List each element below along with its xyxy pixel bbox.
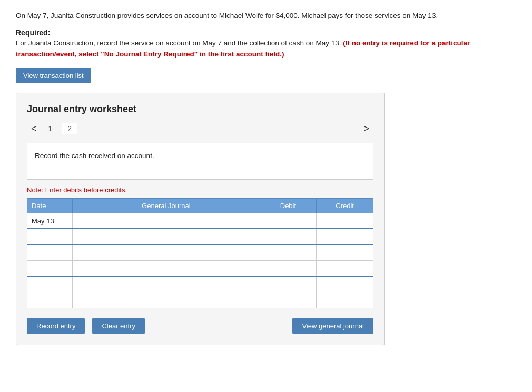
row2-debit[interactable] — [260, 229, 317, 244]
row1-journal-input[interactable] — [73, 213, 259, 229]
row6-date — [27, 292, 73, 308]
journal-table: Date General Journal Debit Credit May 13 — [27, 198, 373, 308]
col-general-journal: General Journal — [73, 198, 260, 213]
nav-page-2-active[interactable]: 2 — [62, 123, 77, 134]
row5-debit-input[interactable] — [260, 277, 317, 292]
row5-debit[interactable] — [260, 276, 317, 292]
table-row — [27, 292, 373, 308]
row4-credit[interactable] — [317, 260, 373, 276]
table-row — [27, 260, 373, 276]
instruction-box: Record the cash received on account. — [27, 143, 373, 180]
row6-credit-input[interactable] — [317, 292, 373, 308]
clear-entry-button[interactable]: Clear entry — [92, 318, 145, 334]
row3-journal[interactable] — [73, 244, 260, 260]
row6-debit[interactable] — [260, 292, 317, 308]
table-row — [27, 276, 373, 292]
row6-journal-input[interactable] — [73, 292, 259, 308]
intro-text: On May 7, Juanita Construction provides … — [16, 11, 516, 21]
row5-date — [27, 276, 73, 292]
row4-journal[interactable] — [73, 260, 260, 276]
row5-credit-input[interactable] — [317, 277, 373, 292]
row3-journal-input[interactable] — [73, 245, 259, 260]
row4-date — [27, 260, 73, 276]
col-date: Date — [27, 198, 73, 213]
row4-journal-input[interactable] — [73, 261, 259, 276]
view-general-journal-button[interactable]: View general journal — [292, 318, 373, 334]
nav-prev-arrow[interactable]: < — [27, 122, 41, 135]
worksheet-title: Journal entry worksheet — [27, 104, 373, 115]
journal-entry-worksheet: Journal entry worksheet < 1 2 > Record t… — [16, 93, 385, 345]
note-text: Note: Enter debits before credits. — [27, 186, 373, 194]
row6-debit-input[interactable] — [260, 292, 317, 308]
row2-credit-input[interactable] — [317, 229, 373, 244]
row1-debit[interactable] — [260, 213, 317, 229]
row4-debit-input[interactable] — [260, 261, 317, 276]
row2-debit-input[interactable] — [260, 229, 317, 244]
row1-credit[interactable] — [317, 213, 373, 229]
table-row — [27, 229, 373, 244]
row5-journal-input[interactable] — [73, 277, 259, 292]
row3-date — [27, 244, 73, 260]
required-body: For Juanita Construction, record the ser… — [16, 38, 516, 60]
row4-credit-input[interactable] — [317, 261, 373, 276]
row1-date: May 13 — [27, 213, 73, 229]
nav-row: < 1 2 > — [27, 122, 373, 135]
row2-journal[interactable] — [73, 229, 260, 244]
instruction-text: Record the cash received on account. — [35, 152, 154, 160]
nav-next-arrow[interactable]: > — [359, 122, 373, 135]
row2-date — [27, 229, 73, 244]
row1-journal[interactable] — [73, 213, 260, 229]
row4-debit[interactable] — [260, 260, 317, 276]
nav-page-1[interactable]: 1 — [43, 123, 58, 134]
row6-credit[interactable] — [317, 292, 373, 308]
row3-debit[interactable] — [260, 244, 317, 260]
required-normal-text: For Juanita Construction, record the ser… — [16, 39, 341, 47]
row1-debit-input[interactable] — [260, 213, 317, 229]
row6-journal[interactable] — [73, 292, 260, 308]
button-row: Record entry Clear entry View general jo… — [27, 318, 373, 334]
table-row: May 13 — [27, 213, 373, 229]
row2-credit[interactable] — [317, 229, 373, 244]
row2-journal-input[interactable] — [73, 229, 259, 244]
row3-debit-input[interactable] — [260, 245, 317, 260]
table-row — [27, 244, 373, 260]
row1-credit-input[interactable] — [317, 213, 373, 229]
view-transaction-button[interactable]: View transaction list — [16, 68, 91, 83]
row5-journal[interactable] — [73, 276, 260, 292]
row3-credit[interactable] — [317, 244, 373, 260]
row3-credit-input[interactable] — [317, 245, 373, 260]
col-debit: Debit — [260, 198, 317, 213]
record-entry-button[interactable]: Record entry — [27, 318, 85, 334]
col-credit: Credit — [317, 198, 373, 213]
required-label: Required: — [16, 28, 516, 37]
row5-credit[interactable] — [317, 276, 373, 292]
